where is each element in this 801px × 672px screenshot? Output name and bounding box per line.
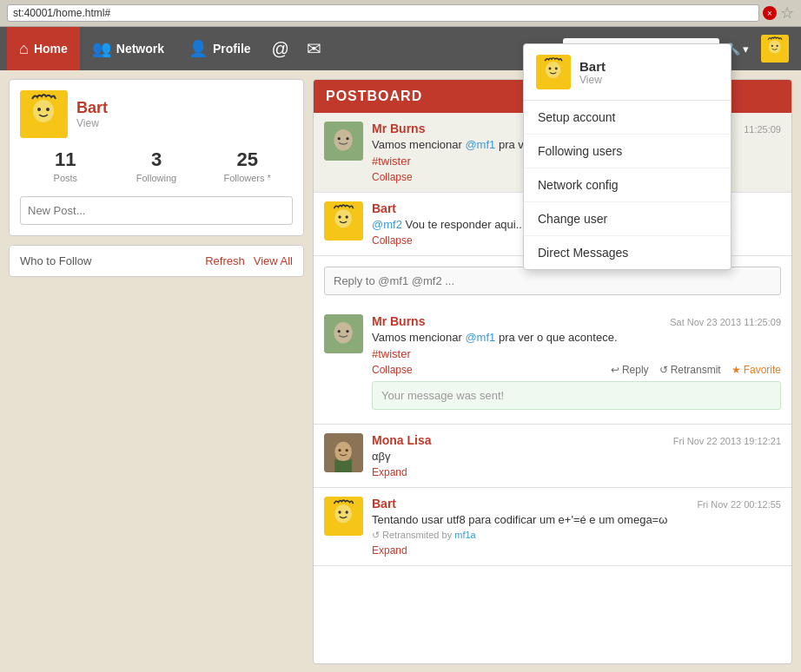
svg-point-19 [334, 209, 352, 227]
reply-label: Reply [622, 364, 649, 376]
browser-bar: st:40001/home.html# × ☆ [0, 0, 801, 27]
stat-following: 3 Following [111, 148, 202, 184]
svg-point-24 [338, 330, 341, 333]
following-label: Following [136, 173, 176, 183]
collapse-link-full[interactable]: Collapse [372, 364, 413, 376]
post-mona: Mona Lisa Fri Nov 22 2013 19:12:21 αβγ E… [314, 425, 791, 488]
refresh-link[interactable]: Refresh [205, 254, 245, 267]
mrburns-avatar-svg-full [324, 314, 363, 353]
post-bart-2: Bart Fri Nov 22 00:12:55 Tentando usar u… [314, 488, 791, 566]
profile-card: Bart View 11 Posts 3 Following 25 Follow… [9, 79, 304, 236]
svg-point-4 [771, 45, 773, 47]
retransmit-by-text: Retransmited by [382, 530, 452, 540]
svg-point-27 [334, 442, 352, 462]
post-time-1: 11:25:09 [744, 124, 781, 135]
browser-close-button[interactable]: × [763, 6, 777, 20]
dropdown-change-user[interactable]: Change user [524, 202, 731, 236]
svg-point-7 [546, 62, 560, 78]
followers-label: Followers * [223, 173, 270, 183]
post-hashtag-full: #twister [372, 347, 781, 360]
nav-profile-label: Profile [213, 42, 251, 56]
post-content-mona: Mona Lisa Fri Nov 22 2013 19:12:21 αβγ E… [372, 433, 781, 478]
post-author-mrburns-1[interactable]: Mr Burns [372, 122, 425, 135]
svg-point-23 [334, 322, 352, 344]
post-text-prefix-full: Vamos mencionar [372, 331, 465, 344]
expand-link-bart-2[interactable]: Expand [372, 544, 407, 557]
reply-button[interactable]: ↩ Reply [611, 364, 649, 376]
who-to-follow-label: Who to Follow [20, 254, 200, 267]
post-text-suffix-full: pra ver o que acontece. [495, 331, 617, 344]
svg-point-33 [346, 511, 348, 513]
post-date-mrburns-full: Sat Nov 23 2013 11:25:09 [670, 317, 781, 327]
hashtag-twister-1[interactable]: #twister [372, 155, 411, 168]
post-author-bart-2[interactable]: Bart [372, 497, 396, 511]
svg-point-25 [346, 330, 348, 333]
view-all-link[interactable]: View All [254, 254, 293, 267]
user-dropdown-menu: Bart View Setup account Following users … [523, 43, 731, 270]
post-handle-bart: @mf2 [372, 218, 402, 231]
post-author-bart-reply[interactable]: Bart [372, 201, 396, 215]
svg-point-16 [338, 137, 341, 140]
dropdown-following-users[interactable]: Following users [524, 135, 731, 168]
nav-mail-button[interactable]: ✉ [298, 27, 330, 70]
hashtag-twister-full[interactable]: #twister [372, 347, 411, 360]
sidebar: Bart View 11 Posts 3 Following 25 Follow… [9, 79, 304, 664]
bart-nav-avatar [761, 35, 789, 63]
post-text-bart-reply-text: Vou te responder aqui... [406, 218, 526, 231]
post-mention-full[interactable]: @mf1 [465, 331, 495, 344]
expand-link-mona[interactable]: Expand [372, 466, 407, 478]
nav-profile[interactable]: 👤 Profile [176, 27, 263, 70]
profile-name[interactable]: Bart [76, 99, 108, 117]
svg-point-20 [338, 215, 341, 218]
post-author-mona[interactable]: Mona Lisa [372, 433, 431, 447]
favorite-label: Favorite [744, 364, 781, 376]
nav-home[interactable]: Home [7, 27, 80, 70]
post-author-mrburns-full[interactable]: Mr Burns [372, 314, 425, 328]
post-text-bart-2: Tentando usar utf8 para codificar um e+'… [372, 513, 781, 526]
nav-at-button[interactable]: @ [263, 27, 298, 70]
profile-icon: 👤 [189, 39, 208, 58]
browser-nav-icon[interactable]: ☆ [780, 3, 794, 23]
postboard-title: Postboard [326, 89, 422, 103]
nav-network[interactable]: 👥 Network [80, 27, 176, 70]
post-mention-1[interactable]: @mf1 [465, 138, 495, 151]
bart-avatar-2 [324, 497, 363, 536]
user-avatar [20, 90, 68, 138]
post-content-mrburns-full: Mr Burns Sat Nov 23 2013 11:25:09 Vamos … [372, 314, 781, 415]
retransmit-notice: ↺ Retransmited by mf1a [372, 530, 781, 541]
collapse-link-1[interactable]: Collapse [372, 171, 413, 183]
settings-dropdown-arrow: ▾ [743, 43, 749, 56]
message-sent-text: Your message was sent! [381, 389, 504, 402]
favorite-button[interactable]: ★ Favorite [731, 364, 781, 376]
retransmit-button[interactable]: ↺ Retransmit [659, 364, 721, 376]
dropdown-network-config[interactable]: Network config [524, 168, 731, 202]
svg-point-8 [549, 68, 552, 70]
browser-url[interactable]: st:40001/home.html# [7, 4, 759, 22]
svg-point-3 [769, 40, 781, 53]
dropdown-user-info: Bart View [579, 59, 606, 86]
stat-followers: 25 Followers * [202, 148, 293, 184]
collapse-link-bart-reply[interactable]: Collapse [372, 234, 413, 247]
following-count: 3 [111, 148, 202, 171]
message-sent-notice: Your message was sent! [372, 381, 781, 410]
mrburns-avatar-1 [324, 122, 363, 161]
nav-user-avatar-button[interactable] [756, 27, 794, 70]
new-post-input[interactable] [20, 196, 293, 225]
dropdown-direct-messages[interactable]: Direct Messages [524, 236, 731, 269]
post-actions-full: Collapse ↩ Reply ↺ Retransmit ★ Favorite [372, 364, 781, 376]
dropdown-avatar [536, 55, 571, 89]
post-text-mrburns-full: Vamos mencionar @mf1 pra ver o que acont… [372, 331, 781, 344]
profile-info: Bart View [76, 99, 108, 129]
profile-view-link[interactable]: View [76, 117, 108, 129]
dropdown-view-link[interactable]: View [579, 74, 606, 86]
reply-input[interactable] [324, 267, 781, 295]
dropdown-setup-account[interactable]: Setup account [524, 101, 731, 135]
retransmit-user-link[interactable]: mf1a [454, 530, 475, 540]
bart-avatar-svg [20, 90, 68, 138]
svg-point-11 [33, 100, 54, 122]
stat-posts: 11 Posts [20, 148, 111, 184]
nav-network-label: Network [116, 42, 164, 56]
retransmit-label: Retransmit [671, 364, 721, 376]
svg-point-32 [338, 511, 341, 513]
post-content-bart-2: Bart Fri Nov 22 00:12:55 Tentando usar u… [372, 497, 781, 557]
